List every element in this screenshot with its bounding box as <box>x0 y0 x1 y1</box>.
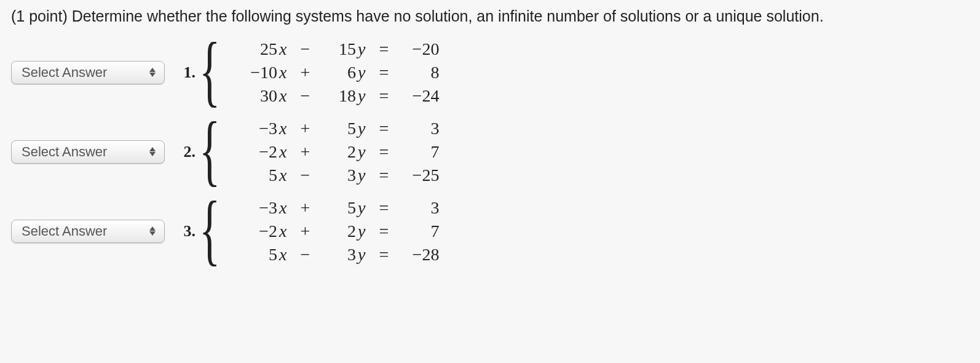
problem-row: Select Answer 2. { −3x + 5y = 3 −2x + 2y… <box>11 116 969 188</box>
equation-table: −3x + 5y = 3 −2x + 2y = 7 5x − 3y = −28 <box>240 196 444 266</box>
prompt-text: Determine whether the following systems … <box>72 7 824 25</box>
question-prompt: (1 point) Determine whether the followin… <box>11 7 969 25</box>
stepper-icon <box>148 145 157 159</box>
select-placeholder: Select Answer <box>22 144 107 160</box>
answer-select-2[interactable]: Select Answer <box>11 140 165 164</box>
left-brace-icon: { <box>199 193 220 265</box>
stepper-icon <box>148 66 157 79</box>
equation-row: −2x + 2y = 7 <box>240 140 444 164</box>
equation-row: 5x − 3y = −25 <box>240 164 444 187</box>
stepper-icon <box>148 225 157 238</box>
problem-row: Select Answer 3. { −3x + 5y = 3 −2x + 2y… <box>11 195 969 267</box>
equation-table: 25x − 15y = −20 −10x + 6y = 8 30x − 18y … <box>240 38 444 108</box>
problem-number: 1. <box>165 63 199 82</box>
answer-select-1[interactable]: Select Answer <box>11 61 165 84</box>
equation-row: −3x + 5y = 3 <box>240 196 444 220</box>
select-placeholder: Select Answer <box>22 223 107 239</box>
equation-row: 30x − 18y = −24 <box>240 84 444 108</box>
left-brace-icon: { <box>199 114 220 186</box>
select-placeholder: Select Answer <box>22 65 107 81</box>
equation-row: −3x + 5y = 3 <box>240 117 444 140</box>
equation-row: 25x − 15y = −20 <box>240 38 444 61</box>
left-brace-icon: { <box>199 34 220 106</box>
answer-select-3[interactable]: Select Answer <box>11 220 165 243</box>
equation-row: 5x − 3y = −28 <box>240 243 444 266</box>
points-label: (1 point) <box>11 7 72 25</box>
problem-row: Select Answer 1. { 25x − 15y = −20 −10x … <box>11 36 969 108</box>
equation-system-1: { 25x − 15y = −20 −10x + 6y = 8 30x − 18… <box>199 36 444 108</box>
equation-system-3: { −3x + 5y = 3 −2x + 2y = 7 5x − 3y = −2 <box>199 195 444 267</box>
equation-table: −3x + 5y = 3 −2x + 2y = 7 5x − 3y = −25 <box>240 117 444 187</box>
equation-system-2: { −3x + 5y = 3 −2x + 2y = 7 5x − 3y = −2 <box>199 116 444 188</box>
equation-row: −2x + 2y = 7 <box>240 220 444 243</box>
problem-number: 2. <box>165 143 199 161</box>
problem-number: 3. <box>165 222 199 241</box>
equation-row: −10x + 6y = 8 <box>240 61 444 84</box>
